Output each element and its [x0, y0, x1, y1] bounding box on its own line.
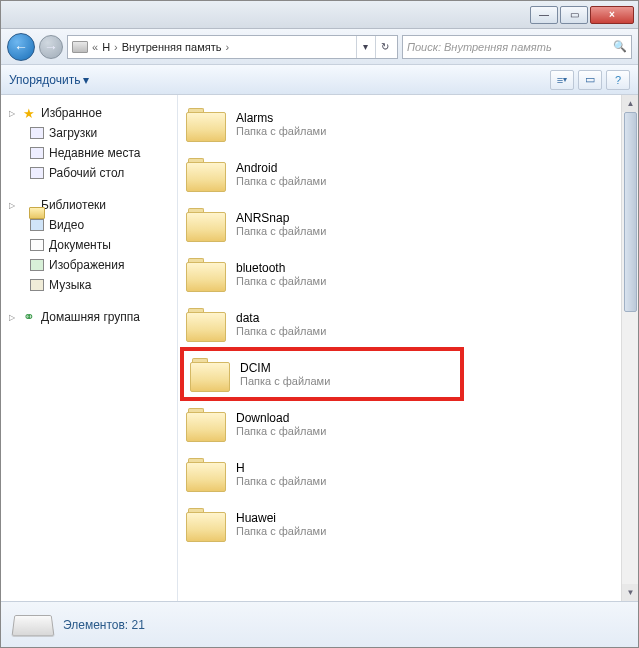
documents-icon [30, 239, 44, 251]
sidebar-item-label: Домашняя группа [41, 310, 140, 324]
sidebar-item-label: Загрузки [49, 126, 97, 140]
scroll-thumb[interactable] [624, 112, 637, 312]
breadcrumb-seg-2[interactable]: Внутренняя память [122, 41, 222, 53]
expand-icon: ▷ [9, 201, 15, 210]
folder-item[interactable]: DCIMПапка с файлами [182, 349, 462, 399]
breadcrumb-seg-1[interactable]: Н [102, 41, 110, 53]
video-icon [30, 219, 44, 231]
sidebar: ▷ ★ Избранное Загрузки Недавние места Ра… [1, 95, 177, 601]
folder-item[interactable]: bluetoothПапка с файлами [178, 249, 638, 299]
sidebar-group-homegroup: ▷ ⚭ Домашняя группа [7, 307, 171, 327]
folder-subtitle: Папка с файлами [236, 425, 326, 437]
desktop-icon [30, 167, 44, 179]
folder-name: DCIM [240, 361, 330, 375]
folder-icon [186, 406, 226, 442]
homegroup-icon: ⚭ [21, 309, 37, 325]
expand-icon: ▷ [9, 109, 15, 118]
libraries-icon [21, 197, 37, 213]
titlebar: — ▭ × [1, 1, 638, 29]
sidebar-item-label: Документы [49, 238, 111, 252]
folder-name: ANRSnap [236, 211, 326, 225]
chevron-icon: › [225, 41, 229, 53]
chevron-icon: « [92, 41, 98, 53]
refresh-button[interactable]: ↻ [375, 36, 393, 58]
music-icon [30, 279, 44, 291]
folder-icon [186, 206, 226, 242]
sidebar-group-favorites: ▷ ★ Избранное Загрузки Недавние места Ра… [7, 103, 171, 183]
images-icon [30, 259, 44, 271]
downloads-icon [30, 127, 44, 139]
organize-label: Упорядочить [9, 73, 80, 87]
folder-name: H [236, 461, 326, 475]
folder-icon [186, 156, 226, 192]
folder-icon [186, 306, 226, 342]
preview-pane-button[interactable]: ▭ [578, 70, 602, 90]
sidebar-item-images[interactable]: Изображения [7, 255, 171, 275]
maximize-button[interactable]: ▭ [560, 6, 588, 24]
folder-item[interactable]: DownloadПапка с файлами [178, 399, 638, 449]
folder-name: bluetooth [236, 261, 326, 275]
folder-item[interactable]: dataПапка с файлами [178, 299, 638, 349]
star-icon: ★ [21, 105, 37, 121]
sidebar-group-libraries: ▷ Библиотеки Видео Документы Изображения… [7, 195, 171, 295]
chevron-down-icon: ▾ [83, 73, 89, 87]
sidebar-item-favorites[interactable]: ▷ ★ Избранное [7, 103, 171, 123]
folder-subtitle: Папка с файлами [236, 125, 326, 137]
sidebar-item-label: Изображения [49, 258, 124, 272]
sidebar-item-label: Библиотеки [41, 198, 106, 212]
folder-name: Huawei [236, 511, 326, 525]
back-button[interactable]: ← [7, 33, 35, 61]
organize-button[interactable]: Упорядочить ▾ [9, 73, 89, 87]
drive-icon [72, 41, 88, 53]
statusbar: Элементов: 21 [1, 601, 638, 647]
breadcrumb[interactable]: « Н › Внутренняя память › ▾ ↻ [67, 35, 398, 59]
main-area: ▷ ★ Избранное Загрузки Недавние места Ра… [1, 95, 638, 601]
sidebar-item-documents[interactable]: Документы [7, 235, 171, 255]
status-text: Элементов: 21 [63, 618, 145, 632]
folder-name: Alarms [236, 111, 326, 125]
toolbar: Упорядочить ▾ ≡▾ ▭ ? [1, 65, 638, 95]
folder-subtitle: Папка с файлами [236, 275, 326, 287]
folder-subtitle: Папка с файлами [236, 525, 326, 537]
folder-icon [190, 356, 230, 392]
folder-name: data [236, 311, 326, 325]
scroll-up-button[interactable]: ▲ [622, 95, 638, 112]
forward-button[interactable]: → [39, 35, 63, 59]
sidebar-item-recent[interactable]: Недавние места [7, 143, 171, 163]
folder-name: Android [236, 161, 326, 175]
navbar: ← → « Н › Внутренняя память › ▾ ↻ Поиск:… [1, 29, 638, 65]
sidebar-item-downloads[interactable]: Загрузки [7, 123, 171, 143]
folder-name: Download [236, 411, 326, 425]
search-input[interactable]: Поиск: Внутренняя память 🔍 [402, 35, 632, 59]
folder-item[interactable]: HuaweiПапка с файлами [178, 499, 638, 549]
folder-icon [186, 456, 226, 492]
chevron-down-icon: ▾ [563, 75, 567, 84]
folder-item[interactable]: AlarmsПапка с файлами [178, 99, 638, 149]
recent-icon [30, 147, 44, 159]
folder-item[interactable]: AndroidПапка с файлами [178, 149, 638, 199]
sidebar-item-homegroup[interactable]: ▷ ⚭ Домашняя группа [7, 307, 171, 327]
sidebar-item-label: Избранное [41, 106, 102, 120]
help-button[interactable]: ? [606, 70, 630, 90]
folder-icon [186, 506, 226, 542]
view-button[interactable]: ≡▾ [550, 70, 574, 90]
folder-subtitle: Папка с файлами [240, 375, 330, 387]
minimize-button[interactable]: — [530, 6, 558, 24]
folder-item[interactable]: HПапка с файлами [178, 449, 638, 499]
folder-icon [186, 256, 226, 292]
sidebar-item-label: Рабочий стол [49, 166, 124, 180]
breadcrumb-dropdown[interactable]: ▾ [356, 36, 374, 58]
folder-subtitle: Папка с файлами [236, 225, 326, 237]
chevron-icon: › [114, 41, 118, 53]
scroll-down-button[interactable]: ▼ [622, 584, 638, 601]
folder-item[interactable]: ANRSnapПапка с файлами [178, 199, 638, 249]
scrollbar[interactable]: ▲ ▼ [621, 95, 638, 601]
close-button[interactable]: × [590, 6, 634, 24]
folder-icon [186, 106, 226, 142]
sidebar-item-desktop[interactable]: Рабочий стол [7, 163, 171, 183]
sidebar-item-music[interactable]: Музыка [7, 275, 171, 295]
file-list: AlarmsПапка с файламиAndroidПапка с файл… [177, 95, 638, 601]
search-icon: 🔍 [613, 40, 627, 53]
sidebar-item-libraries[interactable]: ▷ Библиотеки [7, 195, 171, 215]
folder-subtitle: Папка с файлами [236, 325, 326, 337]
